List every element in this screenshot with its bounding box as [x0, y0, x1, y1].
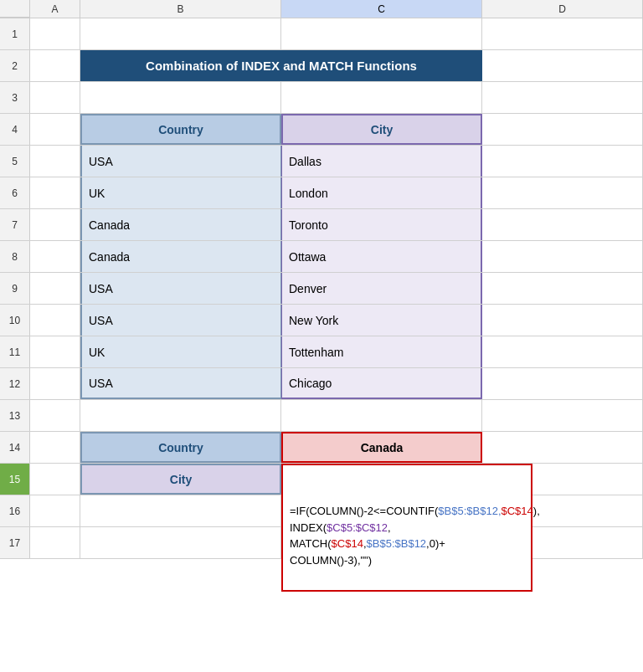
cell-c9: Denver: [281, 273, 482, 304]
row-num-9: 9: [0, 273, 30, 304]
row-num-16: 16: [0, 495, 30, 526]
cell-c15-formula-container: =IF(COLUMN()-2<=COUNTIF($B$5:$B$12,$C$14…: [281, 464, 482, 495]
row-num-1: 1: [0, 18, 30, 49]
row-num-10: 10: [0, 305, 30, 336]
cell-d12: [482, 368, 643, 399]
row-7: 7 Canada Toronto: [0, 209, 643, 241]
cell-a15: [30, 464, 80, 495]
corner-cell: [0, 0, 30, 18]
col-header-c: C: [281, 0, 482, 18]
cell-d9: [482, 273, 643, 304]
cell-d1: [482, 18, 643, 49]
col-header-d: D: [482, 0, 643, 18]
row-10: 10 USA New York: [0, 305, 643, 336]
cell-a2: [30, 50, 80, 81]
cell-b5: USA: [80, 146, 281, 177]
row-num-14: 14: [0, 432, 30, 463]
row-num-13: 13: [0, 400, 30, 431]
row-num-15: 15: [0, 464, 30, 495]
row-13: 13: [0, 400, 643, 432]
row-num-6: 6: [0, 177, 30, 208]
cell-c12: Chicago: [281, 368, 482, 399]
cell-c5: Dallas: [281, 146, 482, 177]
column-header-row: A B C D: [0, 0, 643, 18]
row-11: 11 UK Tottenham: [0, 336, 643, 368]
cell-a10: [30, 305, 80, 336]
cell-d11: [482, 336, 643, 367]
row-num-7: 7: [0, 209, 30, 240]
cell-c13: [281, 400, 482, 431]
row-num-3: 3: [0, 82, 30, 113]
row-2: 2 Combination of INDEX and MATCH Functio…: [0, 50, 643, 82]
formula-popup: =IF(COLUMN()-2<=COUNTIF($B$5:$B$12,$C$14…: [281, 464, 532, 592]
cell-b15-city-label: City: [80, 464, 281, 495]
row-14: 14 Country Canada: [0, 432, 643, 464]
cell-a14: [30, 432, 80, 463]
cell-a5: [30, 146, 80, 177]
cell-b4-country-header: Country: [80, 114, 281, 145]
cell-a17: [30, 527, 80, 558]
cell-d14: [482, 432, 643, 463]
cell-a4: [30, 114, 80, 145]
cell-d5: [482, 146, 643, 177]
cell-d7: [482, 209, 643, 240]
cell-d8: [482, 241, 643, 272]
cell-b10: USA: [80, 305, 281, 336]
row-num-17: 17: [0, 527, 30, 558]
cell-d10: [482, 305, 643, 336]
row-num-4: 4: [0, 114, 30, 145]
cell-a3: [30, 82, 80, 113]
row-3: 3: [0, 82, 643, 114]
cell-b9: USA: [80, 273, 281, 304]
cell-a6: [30, 177, 80, 208]
cell-b16: [80, 495, 281, 526]
row-num-5: 5: [0, 146, 30, 177]
cell-a13: [30, 400, 80, 431]
col-header-a: A: [30, 0, 80, 18]
row-12: 12 USA Chicago: [0, 368, 643, 400]
cell-c10: New York: [281, 305, 482, 336]
cell-b11: UK: [80, 336, 281, 367]
cell-b13: [80, 400, 281, 431]
cell-c11: Tottenham: [281, 336, 482, 367]
cell-d3: [482, 82, 643, 113]
cell-c8: Ottawa: [281, 241, 482, 272]
row-5: 5 USA Dallas: [0, 146, 643, 177]
row-num-12: 12: [0, 368, 30, 399]
cell-b12: USA: [80, 368, 281, 399]
cell-c14-canada-header: Canada: [281, 432, 482, 463]
row-9: 9 USA Denver: [0, 273, 643, 305]
row-6: 6 UK London: [0, 177, 643, 209]
spreadsheet: A B C D 1 2 Combination of INDEX and MAT…: [0, 0, 643, 672]
cell-c3: [281, 82, 482, 113]
row-4: 4 Country City: [0, 114, 643, 146]
row-num-11: 11: [0, 336, 30, 367]
row-num-2: 2: [0, 50, 30, 81]
cell-c6: London: [281, 177, 482, 208]
cell-d13: [482, 400, 643, 431]
cell-c7: Toronto: [281, 209, 482, 240]
cell-c4-city-header: City: [281, 114, 482, 145]
cell-b1: [80, 18, 281, 49]
cell-b3: [80, 82, 281, 113]
cell-b17: [80, 527, 281, 558]
cell-b14-country-header: Country: [80, 432, 281, 463]
cell-a16: [30, 495, 80, 526]
cell-b8: Canada: [80, 241, 281, 272]
cell-c1: [281, 18, 482, 49]
row-num-8: 8: [0, 241, 30, 272]
row-15: 15 City =IF(COLUMN()-2<=COUNTIF($B$5:$B$…: [0, 464, 643, 495]
cell-a9: [30, 273, 80, 304]
cell-a7: [30, 209, 80, 240]
cell-a12: [30, 368, 80, 399]
col-header-b: B: [80, 0, 281, 18]
cell-a11: [30, 336, 80, 367]
cell-a8: [30, 241, 80, 272]
row-1: 1: [0, 18, 643, 50]
cell-b7: Canada: [80, 209, 281, 240]
cell-d6: [482, 177, 643, 208]
cell-a1: [30, 18, 80, 49]
cell-d2: [482, 50, 643, 81]
cell-d4: [482, 114, 643, 145]
title-cell: Combination of INDEX and MATCH Functions: [80, 50, 482, 81]
